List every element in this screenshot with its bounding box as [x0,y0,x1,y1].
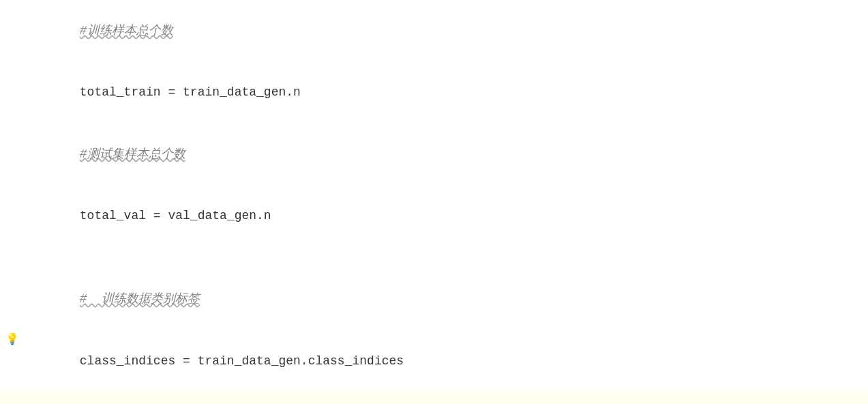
code-editor: #训练样本总个数 total_train = train_data_gen.n … [0,0,868,404]
code-line-empty-1 [0,247,868,269]
comment-1: #训练样本总个数 [80,24,173,38]
code-text-2: total_train = train_data_gen.n [80,85,301,99]
code-line-3: #测试集样本总个数 [0,124,868,185]
code-line-2: total_train = train_data_gen.n [0,61,868,123]
code-line-4: total_val = val_data_gen.n [0,185,868,246]
comment-6: # 训练数据类别标签 [80,292,200,306]
line-content-3: #测试集样本总个数 [25,125,868,184]
bulb-icon[interactable]: 💡 [5,332,19,349]
code-line-7: 💡 class_indices = train_data_gen.class_i… [0,330,868,392]
code-text-7: class_indices = train_data_gen.class_ind… [80,354,404,368]
code-line-6: # 训练数据类别标签 [0,269,868,330]
code-line-8 [0,392,868,404]
code-text-4: total_val = val_data_gen.n [80,209,271,222]
line-content-6: # 训练数据类别标签 [25,270,868,329]
line-content-8 [25,393,868,404]
gutter-7: 💡 [0,332,25,349]
comment-3: #测试集样本总个数 [80,147,185,161]
line-content-7: class_indices = train_data_gen.class_ind… [25,332,868,390]
line-content-4: total_val = val_data_gen.n [25,186,868,245]
code-line-1: #训练样本总个数 [0,0,868,61]
line-content-2: total_train = train_data_gen.n [25,63,868,121]
line-content-1: #训练样本总个数 [25,1,868,60]
